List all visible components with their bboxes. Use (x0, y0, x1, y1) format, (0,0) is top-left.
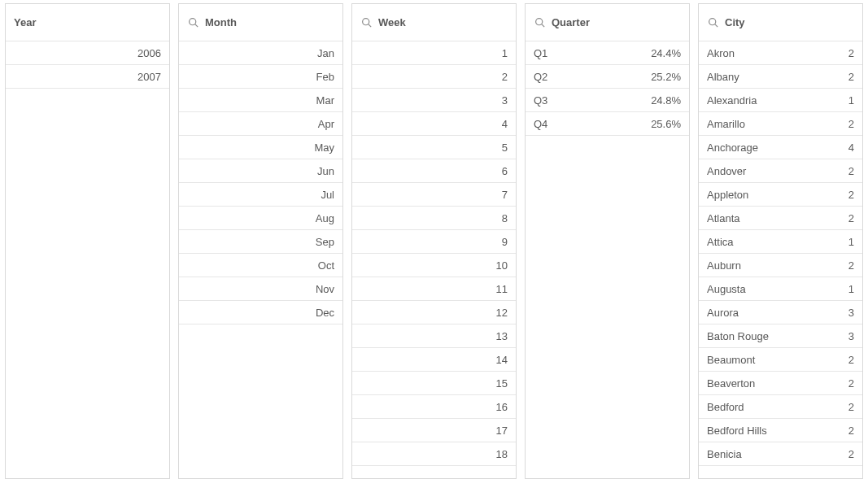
list-item[interactable]: Andover2 (699, 159, 862, 183)
list-item[interactable]: Q324.8% (526, 89, 689, 112)
list-item[interactable]: Oct (179, 254, 342, 277)
list-item[interactable]: 2007 (6, 65, 169, 89)
list-item[interactable]: Atlanta2 (699, 207, 862, 230)
list-item[interactable]: Amarillo2 (699, 112, 862, 136)
item-value: 25.2% (651, 71, 681, 83)
list-item[interactable]: Attica1 (699, 230, 862, 254)
item-label: 13 (360, 330, 508, 342)
list-item[interactable]: 7 (352, 183, 516, 207)
search-icon[interactable] (360, 17, 372, 28)
list-item[interactable]: 5 (352, 136, 516, 159)
list-item[interactable]: Jun (179, 159, 342, 183)
list-item[interactable]: Appleton2 (699, 183, 862, 207)
list-item[interactable]: Mar (179, 89, 342, 112)
list-item[interactable]: Baton Rouge3 (699, 324, 862, 348)
item-value: 2 (848, 259, 854, 272)
list-item[interactable]: 2 (352, 65, 516, 89)
list-item[interactable]: 4 (352, 112, 516, 136)
list-item[interactable]: 3 (352, 89, 516, 112)
item-label: Q1 (534, 47, 651, 59)
list-item[interactable]: Sep (179, 230, 342, 254)
item-label: Bedford Hills (707, 425, 848, 437)
item-label: Dec (187, 307, 334, 319)
item-label: Auburn (707, 259, 848, 272)
item-label: Atlanta (707, 212, 848, 224)
item-label: 2007 (14, 71, 161, 83)
list-item[interactable]: Feb (179, 65, 342, 89)
item-label: Beaverton (707, 377, 848, 390)
item-value: 2 (848, 425, 854, 437)
panel-header-month[interactable]: Month (179, 4, 342, 41)
list-item[interactable]: Augusta1 (699, 277, 862, 301)
list-item[interactable]: 11 (352, 277, 516, 301)
svg-point-0 (189, 19, 195, 25)
list-item[interactable]: 14 (352, 348, 516, 372)
list-item[interactable]: Beaverton2 (699, 372, 862, 395)
list-item[interactable]: 15 (352, 372, 516, 395)
panel-body-city: Akron2Albany2Alexandria1Amarillo2Anchora… (699, 41, 862, 478)
list-item[interactable]: Benicia2 (699, 442, 862, 466)
list-item[interactable]: Nov (179, 277, 342, 301)
item-label: 16 (360, 401, 508, 413)
item-value: 2 (848, 448, 854, 460)
list-item[interactable]: May (179, 136, 342, 159)
search-icon[interactable] (187, 17, 198, 28)
svg-point-6 (709, 19, 715, 25)
list-item[interactable]: Bedford2 (699, 395, 862, 419)
list-item[interactable]: Apr (179, 112, 342, 136)
list-item[interactable]: Jan (179, 41, 342, 65)
item-label: 14 (360, 354, 508, 366)
item-label: Appleton (707, 189, 848, 201)
search-icon[interactable] (707, 17, 718, 28)
list-item[interactable]: 17 (352, 419, 516, 442)
panel-title: Year (14, 16, 36, 28)
list-item[interactable]: 18 (352, 442, 516, 466)
item-value: 25.6% (651, 118, 681, 130)
list-item[interactable]: 10 (352, 254, 516, 277)
item-label: Benicia (707, 448, 848, 460)
list-item[interactable]: 2006 (6, 41, 169, 65)
item-label: Feb (187, 71, 334, 83)
item-value: 2 (848, 165, 854, 177)
item-label: 17 (360, 425, 508, 437)
list-item[interactable]: Bedford Hills2 (699, 419, 862, 442)
list-item[interactable]: 6 (352, 159, 516, 183)
panel-title: Week (378, 16, 406, 28)
item-label: 18 (360, 448, 508, 460)
panel-header-week[interactable]: Week (352, 4, 516, 41)
list-item[interactable]: 8 (352, 207, 516, 230)
search-icon[interactable] (534, 17, 545, 28)
list-item[interactable]: 16 (352, 395, 516, 419)
filter-board: Year20062007MonthJanFebMarAprMayJunJulAu… (0, 0, 868, 479)
item-value: 1 (848, 236, 854, 248)
list-item[interactable]: Q225.2% (526, 65, 689, 89)
list-item[interactable]: Beaumont2 (699, 348, 862, 372)
list-item[interactable]: Jul (179, 183, 342, 207)
list-item[interactable]: Albany2 (699, 65, 862, 89)
item-label: 3 (360, 94, 508, 107)
item-label: Albany (707, 71, 848, 83)
list-item[interactable]: Aug (179, 207, 342, 230)
list-item[interactable]: Dec (179, 301, 342, 324)
item-label: 5 (360, 142, 508, 154)
list-item[interactable]: 9 (352, 230, 516, 254)
panel-header-year[interactable]: Year (6, 4, 169, 41)
panel-body-week: 123456789101112131415161718 (352, 41, 516, 478)
list-item[interactable]: 1 (352, 41, 516, 65)
panel-header-quarter[interactable]: Quarter (526, 4, 689, 41)
list-item[interactable]: Aurora3 (699, 301, 862, 324)
list-item[interactable]: Anchorage4 (699, 136, 862, 159)
list-item[interactable]: Alexandria1 (699, 89, 862, 112)
list-item[interactable]: 13 (352, 324, 516, 348)
list-item[interactable]: 12 (352, 301, 516, 324)
list-item[interactable]: Q124.4% (526, 41, 689, 65)
item-label: 15 (360, 377, 508, 390)
item-label: 2006 (14, 47, 161, 59)
list-item[interactable]: Auburn2 (699, 254, 862, 277)
item-value: 3 (848, 307, 854, 319)
list-item[interactable]: Akron2 (699, 41, 862, 65)
item-label: Jan (187, 47, 334, 59)
item-label: Amarillo (707, 118, 848, 130)
list-item[interactable]: Q425.6% (526, 112, 689, 136)
panel-header-city[interactable]: City (699, 4, 862, 41)
